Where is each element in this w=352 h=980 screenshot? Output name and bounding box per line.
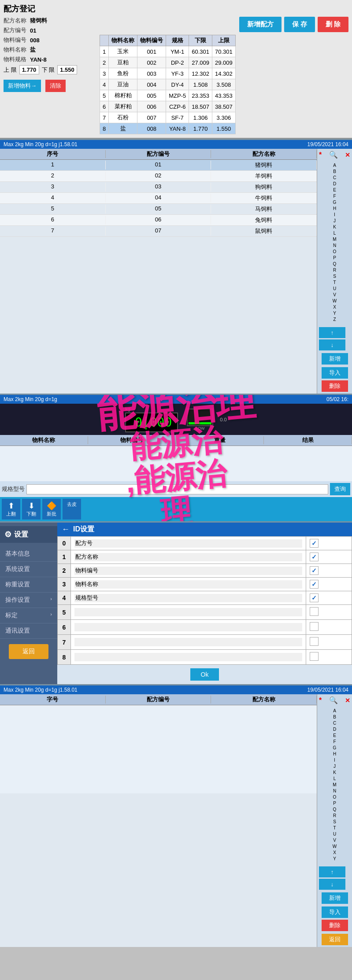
alpha-item[interactable]: H xyxy=(333,206,337,212)
id-row-value[interactable] xyxy=(71,537,306,550)
alpha-item[interactable]: O xyxy=(333,249,337,255)
id-checkbox[interactable] xyxy=(310,622,319,631)
list-item[interactable]: 505马饲料 xyxy=(0,204,317,215)
settings-menu-item[interactable]: 基本信息 xyxy=(0,546,57,562)
alpha-item[interactable]: J xyxy=(333,218,337,224)
id-row-check[interactable]: ✓ xyxy=(306,550,352,564)
alpha-item[interactable]: D xyxy=(333,181,337,187)
id-row-check[interactable] xyxy=(306,635,352,650)
alpha-item[interactable]: M xyxy=(333,236,337,243)
id-row-check[interactable] xyxy=(306,605,352,620)
list-item[interactable]: 101猪饲料 xyxy=(0,160,317,171)
list-item[interactable]: 303狗饲料 xyxy=(0,182,317,193)
alpha-item-5[interactable]: J xyxy=(333,763,337,770)
alpha-item[interactable]: V xyxy=(333,292,337,298)
alpha-item[interactable]: S xyxy=(333,273,337,280)
alpha-item-5[interactable]: R xyxy=(333,813,337,819)
delete-button[interactable]: 删 除 xyxy=(318,17,348,32)
search-icon[interactable]: 🔍 xyxy=(329,151,338,159)
alpha-item[interactable]: Q xyxy=(333,261,337,267)
alpha-item-5[interactable]: Y xyxy=(333,856,337,862)
alpha-item-5[interactable]: V xyxy=(333,837,337,844)
import-button-2[interactable]: 导入 xyxy=(322,367,348,379)
id-input[interactable] xyxy=(74,623,302,631)
settings-menu-item[interactable]: 操作设置› xyxy=(0,593,57,608)
table-row[interactable]: 6 菜籽粕 006 CZP-6 18.507 38.507 xyxy=(100,101,236,112)
ok-button[interactable]: Ok xyxy=(190,668,219,681)
list-item[interactable]: 606兔饲料 xyxy=(0,215,317,226)
alpha-item-5[interactable]: E xyxy=(333,733,337,739)
list-item[interactable]: 202羊饲料 xyxy=(0,171,317,182)
alpha-item-5[interactable]: O xyxy=(333,794,337,800)
alpha-item-5[interactable]: K xyxy=(333,770,337,776)
alpha-item[interactable]: C xyxy=(333,175,337,181)
alpha-item[interactable]: Z xyxy=(333,317,337,323)
id-row-value[interactable] xyxy=(71,564,306,578)
id-input[interactable] xyxy=(74,539,302,548)
delete-button-5[interactable]: 删除 xyxy=(322,920,348,931)
alpha-item-5[interactable]: Q xyxy=(333,807,337,813)
id-input[interactable] xyxy=(74,580,302,589)
alpha-item-5[interactable]: L xyxy=(333,776,337,782)
id-checkbox[interactable]: ✓ xyxy=(310,539,319,548)
alpha-item-5[interactable]: T xyxy=(333,825,337,831)
query-button[interactable]: 查询 xyxy=(330,483,350,495)
add-material-button[interactable]: 新增物料→ xyxy=(4,80,41,92)
alpha-item[interactable]: Y xyxy=(333,310,337,317)
id-checkbox[interactable]: ✓ xyxy=(310,580,319,589)
table-row[interactable]: 3 鱼粉 003 YF-3 12.302 14.302 xyxy=(100,68,236,79)
table-row[interactable]: 2 豆粕 002 DP-2 27.009 29.009 xyxy=(100,57,236,68)
down-scroll-button[interactable]: ⬇ 下翻 xyxy=(22,499,41,519)
id-row-value[interactable] xyxy=(71,620,306,635)
up-button-2[interactable]: ↑ xyxy=(319,327,345,338)
close-icon[interactable]: ✕ xyxy=(345,151,350,158)
alpha-item[interactable]: R xyxy=(333,267,337,273)
alpha-item-5[interactable]: B xyxy=(333,714,337,720)
list-item[interactable]: 404牛饲料 xyxy=(0,193,317,204)
alpha-item-5[interactable]: G xyxy=(333,745,337,751)
id-row-value[interactable] xyxy=(71,605,306,620)
alpha-item-5[interactable]: P xyxy=(333,800,337,807)
id-row-value[interactable] xyxy=(71,591,306,605)
id-checkbox[interactable] xyxy=(310,652,319,661)
alpha-item-5[interactable]: F xyxy=(333,739,337,745)
id-row-value[interactable] xyxy=(71,635,306,650)
id-checkbox[interactable]: ✓ xyxy=(310,553,319,561)
id-row-check[interactable] xyxy=(306,620,352,635)
alpha-item-5[interactable]: I xyxy=(333,757,337,763)
alpha-item-5[interactable]: N xyxy=(333,788,337,794)
add-formula-button[interactable]: 新增配方 xyxy=(239,17,282,32)
alpha-item[interactable]: I xyxy=(333,212,337,218)
id-row-value[interactable] xyxy=(71,578,306,591)
id-row-check[interactable]: ✓ xyxy=(306,578,352,591)
id-checkbox[interactable] xyxy=(310,637,319,646)
up-button-5[interactable]: ↑ xyxy=(319,866,345,877)
delete-button-2[interactable]: 删除 xyxy=(322,380,348,392)
back-button-5[interactable]: 返回 xyxy=(322,934,348,945)
table-row[interactable]: 4 豆油 004 DY-4 1.508 3.508 xyxy=(100,79,236,90)
settings-menu-item[interactable]: 标定› xyxy=(0,608,57,623)
alpha-item[interactable]: B xyxy=(333,169,337,175)
alpha-item-5[interactable]: W xyxy=(333,844,337,850)
alpha-item[interactable]: T xyxy=(333,280,337,286)
id-checkbox[interactable]: ✓ xyxy=(310,566,319,575)
id-input[interactable] xyxy=(74,638,302,646)
id-input[interactable] xyxy=(74,567,302,575)
settings-menu-item[interactable]: 系统设置 xyxy=(0,562,57,577)
alpha-item[interactable]: N xyxy=(333,243,337,249)
id-input[interactable] xyxy=(74,653,302,661)
alpha-item-5[interactable]: A xyxy=(333,708,337,714)
alpha-item[interactable]: P xyxy=(333,255,337,261)
alpha-item[interactable]: E xyxy=(333,187,337,193)
alpha-item-5[interactable]: C xyxy=(333,720,337,726)
back-arrow-icon[interactable]: ← xyxy=(62,525,70,534)
alpha-item-5[interactable]: M xyxy=(333,782,337,788)
id-checkbox[interactable]: ✓ xyxy=(310,593,319,602)
id-row-check[interactable]: ✓ xyxy=(306,564,352,578)
id-row-check[interactable]: ✓ xyxy=(306,591,352,605)
alpha-item[interactable]: W xyxy=(333,298,337,304)
add-button-2[interactable]: 新增 xyxy=(322,353,348,365)
id-input[interactable] xyxy=(74,594,302,602)
alpha-item-5[interactable]: H xyxy=(333,751,337,757)
alpha-item[interactable]: L xyxy=(333,230,337,236)
